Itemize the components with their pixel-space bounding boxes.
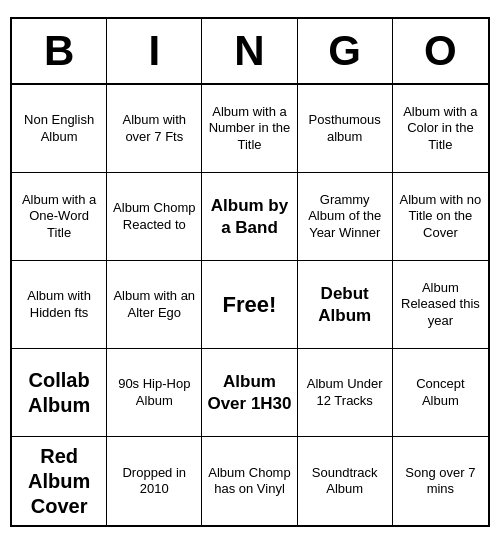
bingo-letter-o: O (393, 19, 488, 83)
bingo-cell-24[interactable]: Song over 7 mins (393, 437, 488, 525)
bingo-cell-13[interactable]: Debut Album (298, 261, 393, 349)
bingo-cell-15[interactable]: Collab Album (12, 349, 107, 437)
bingo-letter-b: B (12, 19, 107, 83)
bingo-cell-17[interactable]: Album Over 1H30 (202, 349, 297, 437)
bingo-cell-20[interactable]: Red Album Cover (12, 437, 107, 525)
bingo-cell-0[interactable]: Non English Album (12, 85, 107, 173)
bingo-cell-2[interactable]: Album with a Number in the Title (202, 85, 297, 173)
bingo-cell-21[interactable]: Dropped in 2010 (107, 437, 202, 525)
bingo-letter-g: G (298, 19, 393, 83)
bingo-cell-1[interactable]: Album with over 7 Fts (107, 85, 202, 173)
bingo-cell-14[interactable]: Album Released this year (393, 261, 488, 349)
bingo-cell-4[interactable]: Album with a Color in the Title (393, 85, 488, 173)
bingo-cell-8[interactable]: Grammy Album of the Year Winner (298, 173, 393, 261)
bingo-cell-12[interactable]: Free! (202, 261, 297, 349)
bingo-letter-n: N (202, 19, 297, 83)
bingo-cell-23[interactable]: Soundtrack Album (298, 437, 393, 525)
bingo-cell-10[interactable]: Album with Hidden fts (12, 261, 107, 349)
bingo-cell-6[interactable]: Album Chomp Reacted to (107, 173, 202, 261)
bingo-cell-19[interactable]: Concept Album (393, 349, 488, 437)
bingo-cell-16[interactable]: 90s Hip-Hop Album (107, 349, 202, 437)
bingo-cell-7[interactable]: Album by a Band (202, 173, 297, 261)
bingo-cell-18[interactable]: Album Under 12 Tracks (298, 349, 393, 437)
bingo-cell-11[interactable]: Album with an Alter Ego (107, 261, 202, 349)
bingo-cell-3[interactable]: Posthumous album (298, 85, 393, 173)
bingo-cell-5[interactable]: Album with a One-Word Title (12, 173, 107, 261)
bingo-header: BINGO (12, 19, 488, 85)
bingo-cell-9[interactable]: Album with no Title on the Cover (393, 173, 488, 261)
bingo-letter-i: I (107, 19, 202, 83)
bingo-grid: Non English AlbumAlbum with over 7 FtsAl… (12, 85, 488, 525)
bingo-card: BINGO Non English AlbumAlbum with over 7… (10, 17, 490, 527)
bingo-cell-22[interactable]: Album Chomp has on Vinyl (202, 437, 297, 525)
